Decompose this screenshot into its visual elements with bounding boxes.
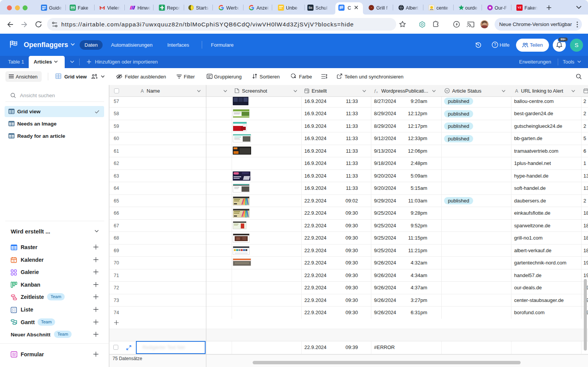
svg-text:A: A: [140, 88, 144, 93]
svg-text:31: 31: [12, 259, 15, 262]
svg-text:A: A: [515, 88, 518, 93]
svg-text:x: x: [376, 90, 378, 93]
svg-text:?: ?: [494, 43, 496, 47]
